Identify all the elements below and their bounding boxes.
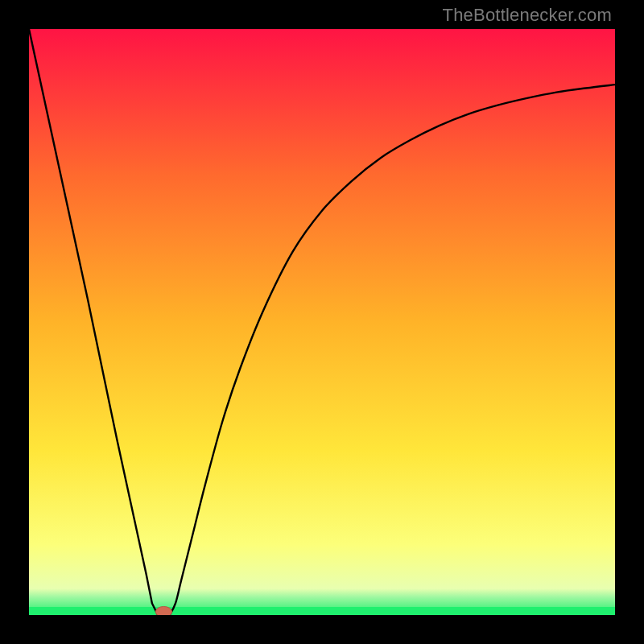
watermark-text: TheBottlenecker.com — [443, 5, 612, 26]
plot-area — [29, 29, 615, 615]
min-marker — [155, 606, 171, 615]
chart-bottom-band — [29, 607, 615, 615]
chart-frame: TheBottlenecker.com — [0, 0, 644, 644]
chart-background — [29, 29, 615, 615]
chart-svg — [29, 29, 615, 615]
